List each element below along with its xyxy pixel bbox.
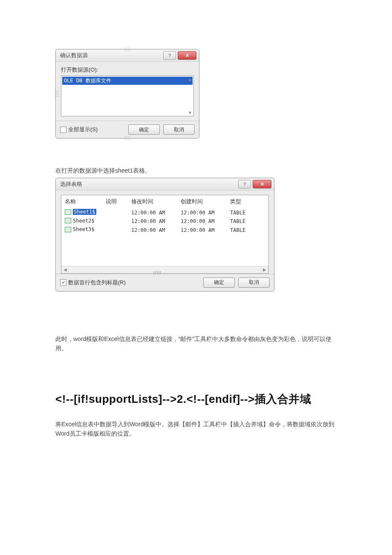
- sheet-name: Sheet2$: [73, 218, 95, 224]
- cell-created: 12:00:00 AM: [177, 208, 227, 217]
- checkbox-icon: [60, 127, 66, 133]
- cell-desc: [102, 208, 128, 217]
- sheet-icon: [65, 227, 71, 232]
- scroll-thumb[interactable]: [153, 271, 161, 275]
- first-row-header-checkbox[interactable]: ✔ 数据首行包含列标题(R): [60, 279, 126, 286]
- col-modified[interactable]: 修改时间: [128, 195, 177, 208]
- cancel-button[interactable]: 取消: [238, 278, 270, 288]
- resize-grip-bottom[interactable]: [124, 136, 130, 140]
- data-source-listbox[interactable]: OLE DB 数据库文件 ▲ ▼: [61, 75, 194, 116]
- sheet-name: Sheet3$: [73, 226, 95, 232]
- dialog2-titlebar[interactable]: 选择表格 ? ✕: [56, 178, 274, 191]
- cell-created: 12:00:00 AM: [177, 217, 227, 226]
- close-button[interactable]: ✕: [253, 180, 271, 188]
- close-button[interactable]: ✕: [178, 51, 196, 60]
- checkbox-icon: ✔: [60, 279, 66, 286]
- sheet-icon: [65, 218, 71, 223]
- help-button[interactable]: ?: [163, 51, 176, 60]
- paragraph-1: 在打开的数据源中选择sheet1表格。: [55, 166, 337, 175]
- table-row[interactable]: Sheet3$ 12:00:00 AM 12:00:00 AM TABLE: [61, 225, 268, 234]
- table-row[interactable]: Sheet1$ 12:00:00 AM 12:00:00 AM TABLE: [61, 208, 268, 217]
- cell-modified: 12:00:00 AM: [128, 225, 177, 234]
- cell-created: 12:00:00 AM: [177, 225, 227, 234]
- horizontal-scrollbar[interactable]: ◀ ▶: [61, 266, 268, 273]
- cell-desc: [102, 217, 128, 226]
- confirm-data-source-dialog: 确认数据源 ? ✕ 打开数据源(O): OLE DB 数据库文件 ▲ ▼ 全部显…: [55, 49, 199, 139]
- show-all-checkbox[interactable]: 全部显示(S): [60, 126, 98, 133]
- sheet-name: Sheet1$: [73, 209, 96, 215]
- cell-modified: 12:00:00 AM: [128, 217, 177, 226]
- resize-grip-top[interactable]: [124, 47, 130, 52]
- sheet-icon: [65, 209, 71, 215]
- col-name[interactable]: 名称: [61, 195, 102, 208]
- ok-button[interactable]: 确定: [128, 124, 160, 135]
- cancel-button[interactable]: 取消: [163, 124, 195, 135]
- sheet-table[interactable]: 名称 说明 修改时间 创建时间 类型 Sheet1$ 12:00:00 AM: [61, 195, 269, 274]
- resize-grip-left[interactable]: [55, 91, 59, 97]
- show-all-label: 全部显示(S): [68, 126, 98, 133]
- data-source-selected-item[interactable]: OLE DB 数据库文件: [62, 77, 193, 85]
- table-row[interactable]: Sheet2$ 12:00:00 AM 12:00:00 AM TABLE: [61, 217, 268, 226]
- dialog2-title: 选择表格: [60, 180, 82, 188]
- scroll-right-icon[interactable]: ▶: [261, 266, 268, 273]
- col-desc[interactable]: 说明: [102, 195, 128, 208]
- select-table-dialog: 选择表格 ? ✕ 名称 说明 修改时间 创建时间 类型: [55, 178, 274, 292]
- paragraph-2: 此时，word模版和Excel信息表已经建立链接，“邮件”工具栏中大多数命令都由…: [55, 334, 337, 353]
- cell-desc: [102, 225, 128, 234]
- help-button[interactable]: ?: [238, 180, 251, 188]
- ok-button[interactable]: 确定: [203, 278, 235, 288]
- cell-type: TABLE: [227, 217, 268, 226]
- section-heading: <!--[if!supportLists]-->2.<!--[endif]-->…: [55, 392, 337, 407]
- cell-type: TABLE: [227, 225, 268, 234]
- cell-modified: 12:00:00 AM: [128, 208, 177, 217]
- col-type[interactable]: 类型: [227, 195, 268, 208]
- table-header-row: 名称 说明 修改时间 创建时间 类型: [61, 195, 268, 208]
- scroll-down-icon[interactable]: ▼: [187, 109, 193, 116]
- paragraph-3: 将Excel信息表中数据导入到Word模版中。选择【邮件】工具栏中【插入合并域】…: [55, 419, 337, 439]
- col-created[interactable]: 创建时间: [177, 195, 227, 208]
- cell-type: TABLE: [227, 208, 268, 217]
- first-row-header-label: 数据首行包含列标题(R): [68, 279, 126, 286]
- open-data-source-label: 打开数据源(O):: [61, 66, 194, 74]
- scroll-left-icon[interactable]: ◀: [61, 266, 69, 273]
- dialog1-title: 确认数据源: [60, 52, 88, 59]
- scroll-up-icon[interactable]: ▲: [187, 76, 193, 83]
